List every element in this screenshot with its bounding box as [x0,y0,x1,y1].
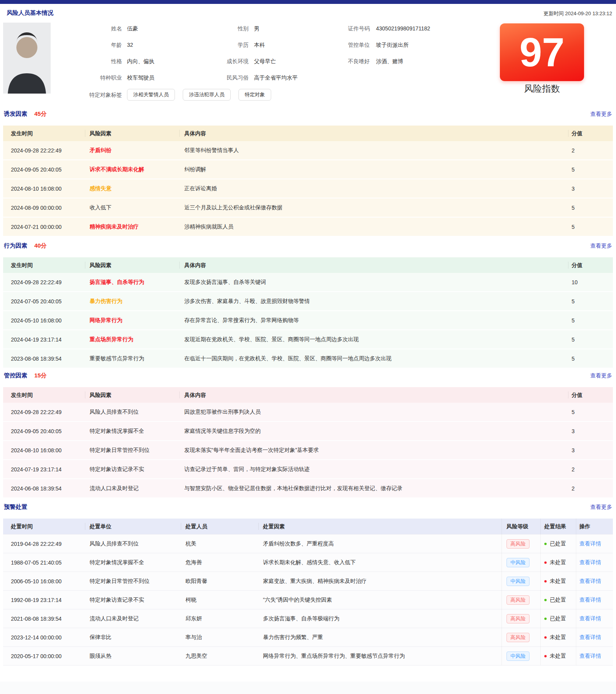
table-cell-person: 危海善 [185,553,258,572]
profile-field-label: 特种职业 [56,73,122,82]
footer-band [0,682,616,694]
section-score: 45分 [34,110,47,117]
view-detail-link[interactable]: 查看详情 [579,578,601,585]
view-more-link[interactable]: 查看更多 [590,371,612,380]
table-cell-time: 2024-08-09 00:00:00 [11,198,85,217]
table-cell-factor: 矛盾纠纷 [90,141,182,159]
table-cell-time: 1992-08-19 23:17:14 [11,591,85,609]
table-cell-score: 3 [572,441,609,459]
profile-field-label: 管控单位 [304,41,370,49]
table-row: 2024-05-10 16:08:00网络异常行为存在异常言论、异常搜索行为、异… [3,310,613,329]
view-detail-link[interactable]: 查看详情 [579,615,601,622]
table-cell-level: 高风险 [507,535,538,553]
table-cell-time: 2024-09-05 20:40:05 [11,422,85,440]
profile-field-label: 性别 [182,24,249,33]
table-cell-factor: 特定对象情况掌握不全 [90,422,182,440]
table-cell-result: 已处置 [544,609,577,628]
table-cell-unit: 流动人口未及时登记 [90,609,179,628]
header-divider [181,523,181,530]
table-cell-action[interactable]: 查看详情 [579,647,613,665]
risk-level-badge: 中风险 [507,652,530,661]
view-more-link[interactable]: 查看更多 [590,241,612,250]
table-cell-factor: 感情失意 [90,179,182,198]
table-cell-action[interactable]: 查看详情 [579,572,613,590]
table-header-cell: 处置单位 [90,519,179,534]
view-detail-link[interactable]: 查看详情 [579,653,601,660]
table-cell-factor: 家庭变故、重大疾病、精神疾病未及时治疗 [263,572,497,590]
view-detail-link[interactable]: 查看详情 [579,634,601,641]
table-header-cell: 处置时间 [11,519,85,534]
table-header-cell: 风险因素 [90,257,182,273]
table-row: 2024-07-21 00:00:00精神疾病未及时治疗涉精神疾病就医人员5 [3,217,613,236]
table-cell-factor: 多次扬言滋事、自杀等极端行为 [263,609,497,628]
profile-field-value: 坡子街派出所 [376,41,409,49]
table-header-cell: 分值 [572,387,609,403]
top-accent-bar [0,0,616,4]
table-cell-score: 2 [572,141,609,159]
header-divider [568,130,568,137]
result-status-dot [544,543,547,545]
table-cell-time: 2020-05-17 00:00:00 [11,647,85,665]
table-row: 2021-08-08 18:39:54流动人口未及时登记邱东妍多次扬言滋事、自杀… [3,609,613,628]
table-row: 2020-05-17 00:00:00眼须从热九思美空网络异常行为、重点场所异常… [3,646,613,666]
profile-field-value: 本科 [254,41,265,49]
page: 风险人员基本情况 更新时间 2024-09-20 13:23:12 姓名伍豪性别… [0,0,616,694]
table-row: 2024-04-19 23:17:14重点场所异常行为发现近期在党政机关、学校、… [3,329,613,349]
update-time-label: 更新时间 [544,11,564,16]
risk-score-label: 风险指数 [500,83,584,95]
table-cell-factor: 网络异常行为 [90,311,182,329]
tags-list: 涉相关警情人员涉违法犯罪人员特定对象 [127,89,271,101]
table-header-cell: 具体内容 [184,257,568,273]
table-cell-factor: 扬言滋事、自杀等行为 [90,273,182,291]
table-cell-result: 已处置 [544,535,577,553]
section-title: 诱发因素 [4,110,27,117]
table-row: 2023-12-14 00:00:00保律非比率与治暴力伤害行为频繁、严重高风险… [3,628,613,646]
view-more-link[interactable]: 查看更多 [590,110,612,118]
table-header-cell: 处置结果 [544,519,577,534]
table-cell-score: 5 [572,198,609,217]
table-header-cell: 发生时间 [11,126,85,141]
view-detail-link[interactable]: 查看详情 [579,597,601,604]
result-status-text: 未处置 [550,653,566,660]
risk-level-badge: 高风险 [507,539,530,549]
profile-field-label: 证件号码 [304,24,370,33]
table-cell-content: 家庭情况等关键信息字段为空的 [184,422,568,440]
result-status-text: 未处置 [550,634,566,641]
table-cell-action[interactable]: 查看详情 [579,609,613,628]
table-cell-action[interactable]: 查看详情 [579,591,613,609]
section-table: 发生时间风险因素具体内容分值2024-09-28 22:22:49矛盾纠纷邻里等… [3,126,613,236]
table-header-cell: 风险因素 [90,126,182,141]
table-cell-time: 2024-08-10 16:08:00 [11,179,85,198]
table-cell-action[interactable]: 查看详情 [579,628,613,646]
header-divider [85,262,85,269]
header-divider [179,262,180,269]
table-cell-person: 欧阳青馨 [185,572,258,590]
table-cell-action[interactable]: 查看详情 [579,535,613,553]
table-cell-time: 2024-05-10 16:08:00 [11,311,85,329]
column-divider [501,519,502,665]
table-cell-time: 2024-06-08 18:39:54 [11,479,85,497]
profile-field-label: 成长环境 [182,57,249,66]
table-cell-content: 与智慧安防小区、物业登记居住数据，本地社保数据进行比对，发现有相关登记、缴存记录 [184,479,568,497]
profile-field-label: 姓名 [56,24,122,33]
table-row: 2024-08-10 16:08:00特定对象日常管控不到位发现未落实“每半年全… [3,440,613,459]
table-row: 2024-06-08 18:39:54流动人口未及时登记与智慧安防小区、物业登记… [3,478,613,497]
table-cell-content: 邻里等纠纷警情当事人 [184,141,568,159]
table-cell-result: 未处置 [544,553,577,572]
view-detail-link[interactable]: 查看详情 [579,559,601,566]
table-cell-content: 因故意犯罪被作出刑事判决人员 [184,403,568,421]
view-detail-link[interactable]: 查看详情 [579,540,601,547]
table-row: 2024-09-28 22:22:49矛盾纠纷邻里等纠纷警情当事人2 [3,141,613,159]
table-cell-factor: 特定对象日常管控不到位 [90,441,182,459]
header-divider [258,523,259,530]
table-cell-action[interactable]: 查看详情 [579,553,613,572]
table-cell-content: 发现多次扬言滋事、自杀等关键词 [184,273,568,291]
view-more-link[interactable]: 查看更多 [590,503,612,511]
table-cell-factor: 矛盾纠纷次数多、严重程度高 [263,535,497,553]
table-header-cell: 发生时间 [11,257,85,273]
table-header-cell: 具体内容 [184,126,568,141]
table-cell-content: 访查记录过于简单、雷同，与特定对象实际活动轨迹 [184,460,568,478]
header-divider [85,523,85,530]
update-time: 更新时间 2024-09-20 13:23:12 [544,10,612,17]
table-cell-time: 2024-09-28 22:22:49 [11,403,85,421]
